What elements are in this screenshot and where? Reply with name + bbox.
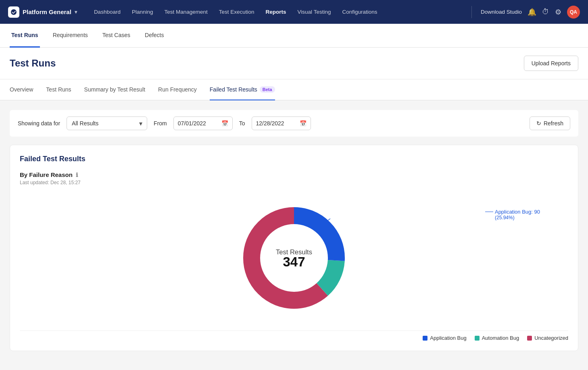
from-calendar-icon: 📅 bbox=[221, 120, 228, 127]
tab-run-frequency[interactable]: Run Frequency bbox=[158, 79, 197, 100]
nav-dashboard[interactable]: Dashboard bbox=[89, 6, 125, 17]
nav-test-management[interactable]: Test Management bbox=[159, 6, 212, 17]
legend-dot-automation bbox=[475, 336, 480, 341]
last-updated: Last updated: Dec 28, 15:27 bbox=[20, 180, 568, 185]
brand-icon bbox=[8, 6, 19, 18]
to-label: To bbox=[239, 120, 245, 127]
settings-icon[interactable]: ⚙ bbox=[555, 8, 561, 17]
to-date-input[interactable] bbox=[256, 120, 296, 127]
refresh-button[interactable]: ↻ Refresh bbox=[530, 116, 570, 130]
annotation-label: Application Bug: 90 bbox=[495, 209, 540, 215]
info-icon[interactable]: ℹ bbox=[76, 172, 78, 178]
legend-dot-appbug bbox=[423, 336, 427, 341]
download-studio-link[interactable]: Download Studio bbox=[481, 9, 522, 15]
annotation-sub: (25.94%) bbox=[485, 215, 540, 220]
from-date-input-wrapper[interactable]: 📅 bbox=[173, 116, 233, 130]
to-calendar-icon: 📅 bbox=[300, 120, 307, 127]
chart-card: Failed Test Results By Failure Reason ℹ … bbox=[10, 145, 578, 351]
legend-appbug: Application Bug bbox=[423, 335, 466, 341]
notifications-icon[interactable]: 🔔 bbox=[528, 8, 536, 17]
nav-planning[interactable]: Planning bbox=[127, 6, 158, 17]
tab-summary-by-test-result[interactable]: Summary by Test Result bbox=[84, 79, 145, 100]
nav-configurations[interactable]: Configurations bbox=[337, 6, 382, 17]
page-title: Test Runs bbox=[10, 58, 56, 69]
results-filter-wrapper: All Results Passed Failed bbox=[67, 116, 147, 130]
legend-label-appbug: Application Bug bbox=[430, 335, 466, 341]
brand-logo[interactable]: Platform General ▾ bbox=[8, 6, 77, 18]
from-date-input[interactable] bbox=[178, 120, 218, 127]
showing-label: Showing data for bbox=[18, 120, 60, 127]
legend-uncategorized: Uncategorized bbox=[527, 335, 568, 341]
content-nav: Overview Test Runs Summary by Test Resul… bbox=[0, 79, 588, 100]
chart-legend: Application Bug Automation Bug Uncategor… bbox=[20, 331, 568, 341]
results-filter-select[interactable]: All Results Passed Failed bbox=[67, 116, 147, 130]
page-header: Test Runs Upload Reports bbox=[0, 48, 588, 79]
from-label: From bbox=[154, 120, 167, 127]
sub-tab-test-cases[interactable]: Test Cases bbox=[101, 24, 132, 48]
beta-badge: Beta bbox=[260, 86, 275, 93]
nav-divider bbox=[471, 6, 472, 18]
refresh-icon: ↻ bbox=[536, 120, 541, 127]
donut-chart-container: Test Results 347 Application Bug: 90 (25… bbox=[20, 189, 568, 326]
chart-subtitle: By Failure Reason ℹ bbox=[20, 171, 568, 178]
chart-header: By Failure Reason ℹ Last updated: Dec 28… bbox=[20, 171, 568, 185]
svg-point-0 bbox=[11, 9, 17, 15]
legend-label-uncategorized: Uncategorized bbox=[534, 335, 568, 341]
sub-tab-test-runs[interactable]: Test Runs bbox=[10, 24, 40, 48]
main-content: Showing data for All Results Passed Fail… bbox=[0, 100, 588, 361]
history-icon[interactable]: ⏱ bbox=[542, 8, 549, 16]
nav-test-execution[interactable]: Test Execution bbox=[214, 6, 259, 17]
donut-chart-svg: Test Results 347 bbox=[234, 197, 354, 318]
chart-title-text: By Failure Reason bbox=[20, 171, 73, 178]
nav-right: Download Studio 🔔 ⏱ ⚙ QA bbox=[468, 6, 580, 19]
legend-dot-uncategorized bbox=[527, 336, 532, 341]
sub-nav: Test Runs Requirements Test Cases Defect… bbox=[0, 24, 588, 48]
brand-name: Platform General bbox=[23, 8, 71, 15]
refresh-label: Refresh bbox=[544, 120, 563, 127]
nav-links: Dashboard Planning Test Management Test … bbox=[89, 6, 468, 17]
filter-bar: Showing data for All Results Passed Fail… bbox=[10, 110, 578, 137]
chart-annotation: Application Bug: 90 (25.94%) bbox=[485, 209, 540, 220]
section-title: Failed Test Results bbox=[20, 155, 568, 163]
tab-failed-label: Failed Test Results bbox=[210, 86, 257, 93]
legend-automation: Automation Bug bbox=[475, 335, 519, 341]
nav-reports[interactable]: Reports bbox=[261, 6, 291, 17]
tab-failed-test-results[interactable]: Failed Test Results Beta bbox=[210, 79, 275, 100]
annotation-dot bbox=[315, 228, 317, 230]
top-nav: Platform General ▾ Dashboard Planning Te… bbox=[0, 0, 588, 24]
legend-label-automation: Automation Bug bbox=[482, 335, 519, 341]
brand-chevron: ▾ bbox=[75, 9, 77, 15]
sub-tab-requirements[interactable]: Requirements bbox=[51, 24, 90, 48]
donut-center-value: 347 bbox=[283, 254, 305, 269]
to-date-input-wrapper[interactable]: 📅 bbox=[252, 116, 311, 130]
user-avatar[interactable]: QA bbox=[567, 6, 580, 19]
nav-visual-testing[interactable]: Visual Testing bbox=[293, 6, 336, 17]
tab-overview[interactable]: Overview bbox=[10, 79, 33, 100]
sub-tab-defects[interactable]: Defects bbox=[143, 24, 165, 48]
upload-reports-button[interactable]: Upload Reports bbox=[524, 56, 578, 71]
tab-test-runs[interactable]: Test Runs bbox=[46, 79, 71, 100]
